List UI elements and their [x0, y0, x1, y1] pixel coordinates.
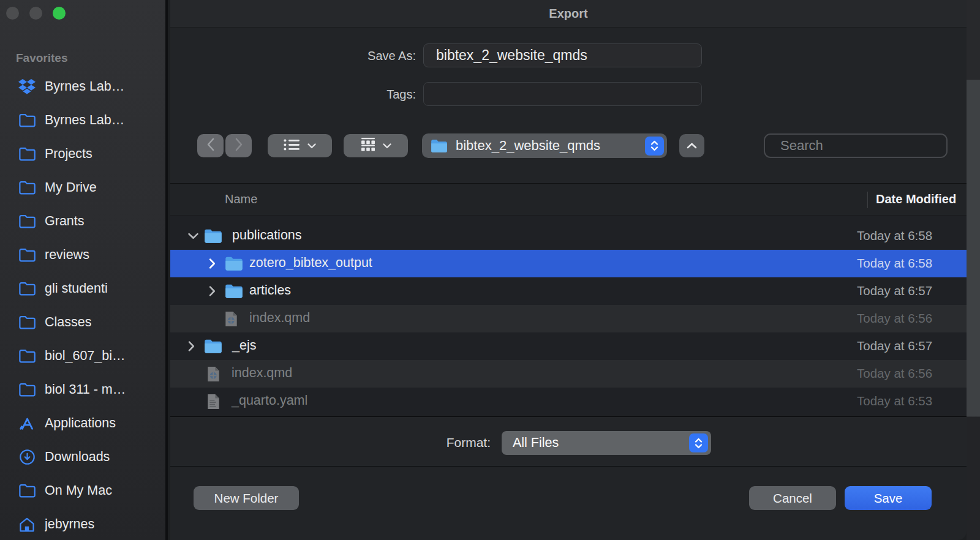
file-name: index.qmd: [249, 310, 310, 326]
sidebar-item-jebyrnes[interactable]: jebyrnes: [0, 508, 168, 540]
yaml-file-icon: [206, 393, 221, 410]
file-row--ejs[interactable]: _ejsToday at 6:57: [170, 332, 967, 360]
folder-icon: [18, 113, 36, 128]
folder-icon: [18, 180, 36, 195]
sidebar-item-reviews[interactable]: reviews: [0, 238, 168, 272]
sidebar-item-label: My Drive: [45, 180, 97, 195]
collapse-panel-button[interactable]: [679, 134, 704, 157]
save-as-input[interactable]: [423, 43, 702, 67]
file-row--quarto-yaml[interactable]: _quarto.yamlToday at 6:53: [170, 388, 967, 415]
chevron-right-icon: [235, 138, 243, 154]
sidebar-item-my-drive[interactable]: My Drive: [0, 171, 168, 204]
list-view-button[interactable]: [268, 134, 332, 157]
file-row-index-qmd[interactable]: index.qmdToday at 6:56: [170, 360, 967, 388]
group-view-button[interactable]: [344, 134, 408, 157]
dropbox-icon: [18, 78, 36, 96]
sidebar-item-label: jebyrnes: [45, 517, 94, 532]
sidebar-item-byrnes-lab[interactable]: Byrnes Lab…: [0, 70, 168, 103]
app-store-icon: [19, 416, 36, 431]
file-row-zotero-bibtex-output[interactable]: zotero_bibtex_outputToday at 6:58: [170, 250, 967, 277]
search-field[interactable]: [764, 133, 948, 158]
sidebar-item-byrnes-lab[interactable]: Byrnes Lab…: [0, 103, 168, 137]
tags-label: Tags:: [170, 88, 416, 102]
file-row-publications[interactable]: publicationsToday at 6:58: [170, 222, 967, 250]
search-input[interactable]: [779, 137, 958, 154]
sidebar-item-label: biol 311 - m…: [45, 382, 126, 397]
sidebar-item-label: On My Mac: [45, 483, 112, 498]
column-header-date-modified[interactable]: Date Modified: [876, 192, 956, 206]
disclosure-chevron-right-icon[interactable]: [209, 286, 216, 296]
chevron-down-icon: [307, 140, 316, 151]
downloads-icon: [18, 449, 36, 466]
current-folder-name: bibtex_2_website_qmds: [456, 138, 645, 154]
yaml-file-icon: [206, 393, 221, 410]
caret-up-icon: [687, 140, 697, 151]
sidebar-item-label: Downloads: [45, 449, 110, 465]
home-icon: [18, 516, 36, 533]
export-dialog: Favorites Byrnes Lab… Byrnes Lab… Projec…: [0, 0, 980, 540]
sidebar-item-downloads[interactable]: Downloads: [0, 440, 168, 474]
folder-icon: [18, 247, 36, 263]
format-bar: Format: All Files: [170, 416, 967, 467]
format-dropdown[interactable]: All Files: [502, 431, 711, 455]
folder-icon: [203, 338, 223, 354]
disclosure-chevron-down-icon[interactable]: [188, 233, 198, 239]
sidebar-item-biol-607-bi[interactable]: biol_607_bi…: [0, 339, 168, 373]
sidebar-item-applications[interactable]: Applications: [0, 407, 168, 440]
sidebar-item-grants[interactable]: Grants: [0, 204, 168, 238]
folder-icon: [18, 214, 36, 229]
dropdown-stepper-icon: [645, 137, 664, 156]
sidebar-item-biol-311-m[interactable]: biol 311 - m…: [0, 373, 168, 407]
file-date-modified: Today at 6:56: [857, 366, 932, 381]
column-separator[interactable]: [867, 192, 868, 208]
minimize-window-icon[interactable]: [29, 7, 42, 20]
current-folder-dropdown[interactable]: bibtex_2_website_qmds: [422, 133, 667, 158]
column-header-name[interactable]: Name: [225, 192, 257, 206]
sidebar-item-label: gli studenti: [45, 281, 108, 296]
favorites-sidebar: Favorites Byrnes Lab… Byrnes Lab… Projec…: [0, 0, 168, 540]
sidebar-item-projects[interactable]: Projects: [0, 137, 168, 171]
file-list-header: Name Date Modified: [170, 183, 967, 216]
sidebar-item-classes[interactable]: Classes: [0, 306, 168, 339]
list-view-icon: [284, 139, 300, 153]
folder-icon: [203, 338, 223, 354]
qmd-file-icon: [206, 366, 221, 383]
disclosure-chevron-right-icon[interactable]: [188, 341, 195, 351]
tags-input[interactable]: [423, 82, 702, 106]
forward-button[interactable]: [225, 134, 252, 157]
back-button[interactable]: [197, 134, 224, 157]
home-icon: [18, 517, 36, 533]
save-as-label: Save As:: [170, 49, 416, 63]
file-name: articles: [249, 283, 291, 298]
chevron-down-icon: [383, 140, 391, 151]
save-button[interactable]: Save: [845, 486, 932, 510]
disclosure-chevron-right-icon: [188, 341, 195, 351]
folder-icon: [18, 281, 36, 296]
background-window-scrollbar[interactable]: [967, 0, 980, 540]
dropdown-stepper-icon: [689, 433, 708, 452]
zoom-window-icon[interactable]: [53, 7, 66, 20]
sidebar-item-on-my-mac[interactable]: On My Mac: [0, 474, 168, 508]
file-list: publicationsToday at 6:58 zotero_bibtex_…: [170, 216, 967, 416]
sidebar-item-label: reviews: [45, 247, 89, 263]
file-row-articles[interactable]: articlesToday at 6:57: [170, 277, 967, 305]
folder-icon: [18, 348, 36, 364]
file-name: zotero_bibtex_output: [249, 255, 372, 271]
sidebar-item-gli-studenti[interactable]: gli studenti: [0, 272, 168, 306]
sidebar-item-label: Applications: [45, 416, 116, 431]
cancel-button[interactable]: Cancel: [749, 486, 836, 510]
disclosure-chevron-right-icon[interactable]: [209, 258, 216, 269]
favorites-section-label: Favorites: [16, 51, 67, 65]
new-folder-button[interactable]: New Folder: [194, 486, 299, 510]
disclosure-chevron-right-icon: [209, 258, 216, 269]
sidebar-item-label: Classes: [45, 315, 91, 330]
group-view-icon: [361, 138, 375, 154]
folder-outline-icon: [18, 381, 36, 399]
quarto-file-icon: [206, 366, 221, 383]
folder-icon: [18, 315, 36, 330]
file-date-modified: Today at 6:57: [857, 283, 932, 298]
folder-outline-icon: [18, 112, 36, 129]
file-row-index-qmd[interactable]: index.qmdToday at 6:56: [170, 305, 967, 332]
close-window-icon[interactable]: [6, 7, 19, 20]
folder-icon: [203, 228, 223, 244]
